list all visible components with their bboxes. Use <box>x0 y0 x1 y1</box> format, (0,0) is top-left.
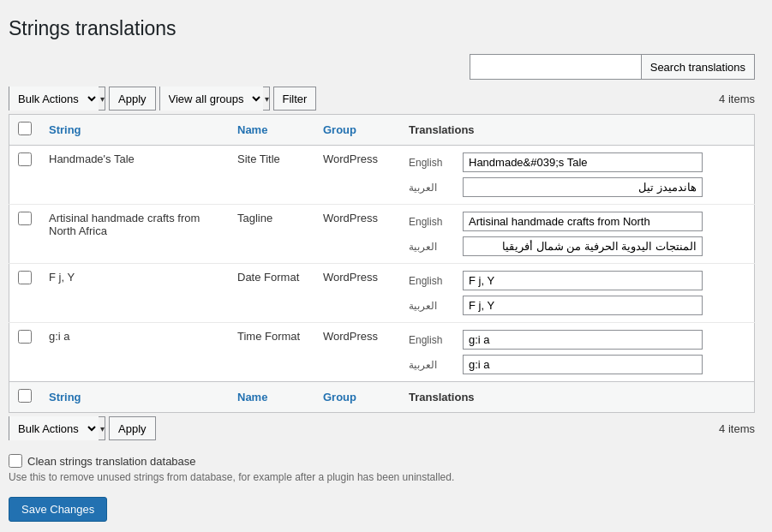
top-toolbar: Bulk Actions ▾ Apply View all groups ▾ F… <box>9 87 755 111</box>
row-2-translation-input-0[interactable] <box>463 271 703 290</box>
row-name-cell: Date Format <box>229 264 314 323</box>
select-all-checkbox-top[interactable] <box>18 122 32 135</box>
row-name-cell: Time Format <box>229 323 314 382</box>
row-3-checkbox[interactable] <box>18 330 32 344</box>
row-0-translation-1: العربية <box>409 177 745 197</box>
row-0-lang-label-0: English <box>409 157 456 169</box>
table-body: Handmade's TaleSite TitleWordPressEnglis… <box>9 146 755 382</box>
string-col-link[interactable]: String <box>49 123 81 136</box>
row-0-translation-input-0[interactable] <box>463 152 703 172</box>
row-group-cell: WordPress <box>314 146 400 205</box>
footer-group-col: Group <box>314 382 400 413</box>
items-count-top: 4 items <box>719 93 755 105</box>
row-0-translation-0: English <box>409 152 745 172</box>
clean-description: Use this to remove unused strings from d… <box>9 471 755 483</box>
row-string-cell: g:i a <box>40 323 229 382</box>
table-row: Artisinal handmade crafts from North Afr… <box>9 205 755 264</box>
apply-top-button[interactable]: Apply <box>109 87 156 111</box>
header-translations-col: Translations <box>400 115 755 146</box>
bulk-actions-top-wrap: Bulk Actions ▾ <box>9 87 105 111</box>
row-translations-cell: Englishالعربية <box>400 205 755 264</box>
row-check-cell <box>9 146 41 205</box>
row-string-cell: Handmade's Tale <box>40 146 229 205</box>
row-3-translation-0: English <box>409 330 745 350</box>
row-1-translation-1: العربية <box>409 236 745 256</box>
row-translations-cell: Englishالعربية <box>400 264 755 323</box>
row-check-cell <box>9 264 41 323</box>
table-row: Handmade's TaleSite TitleWordPressEnglis… <box>9 146 755 205</box>
footer-string-link[interactable]: String <box>49 391 81 403</box>
footer-group-link[interactable]: Group <box>323 391 356 403</box>
header-string-col: String <box>40 115 229 146</box>
group-col-link[interactable]: Group <box>323 123 356 136</box>
table-header-row: String Name Group Translations <box>9 115 755 146</box>
row-2-checkbox[interactable] <box>18 271 32 284</box>
clean-label[interactable]: Clean strings translation database <box>9 454 755 468</box>
row-2-translation-1: العربية <box>409 296 745 315</box>
bulk-actions-bottom-arrow: ▾ <box>100 424 105 433</box>
bulk-actions-bottom-wrap: Bulk Actions ▾ <box>9 416 105 440</box>
bulk-actions-top-arrow: ▾ <box>100 94 105 104</box>
row-3-translation-input-0[interactable] <box>463 330 703 350</box>
row-string-cell: Artisinal handmade crafts from North Afr… <box>40 205 229 264</box>
table-footer-row: String Name Group Translations <box>9 382 755 413</box>
row-1-translation-0: English <box>409 212 745 231</box>
row-0-checkbox[interactable] <box>18 152 32 166</box>
bulk-actions-top-select[interactable]: Bulk Actions <box>9 87 99 111</box>
footer-check-col <box>9 382 41 413</box>
search-row: Search translations <box>9 54 755 80</box>
footer-name-link[interactable]: Name <box>237 391 267 403</box>
row-2-translation-input-1[interactable] <box>463 296 703 315</box>
page-title: Strings translations <box>9 17 755 40</box>
header-group-col: Group <box>314 115 400 146</box>
view-all-arrow: ▾ <box>265 94 269 104</box>
filter-button[interactable]: Filter <box>273 87 317 111</box>
save-changes-button[interactable]: Save Changes <box>9 497 107 522</box>
row-2-lang-label-1: العربية <box>409 300 456 312</box>
clean-checkbox[interactable] <box>9 454 22 468</box>
row-3-translation-1: العربية <box>409 355 745 374</box>
apply-bottom-button[interactable]: Apply <box>109 416 156 440</box>
row-group-cell: WordPress <box>314 323 400 382</box>
row-name-cell: Site Title <box>229 146 314 205</box>
bottom-toolbar: Bulk Actions ▾ Apply 4 items <box>9 416 755 440</box>
row-0-translation-input-1[interactable] <box>463 177 703 197</box>
row-2-translation-0: English <box>409 271 745 290</box>
footer-name-col: Name <box>229 382 314 413</box>
translations-table: String Name Group Translations Handmade'… <box>9 114 755 413</box>
row-3-lang-label-1: العربية <box>409 359 456 371</box>
view-all-select[interactable]: View all groups <box>160 87 263 111</box>
row-name-cell: Tagline <box>229 205 314 264</box>
clean-label-text: Clean strings translation database <box>27 455 196 468</box>
items-count-bottom: 4 items <box>719 422 755 435</box>
row-1-lang-label-1: العربية <box>409 241 456 253</box>
search-input[interactable] <box>470 54 641 80</box>
clean-section: Clean strings translation database Use t… <box>9 454 755 483</box>
row-check-cell <box>9 205 41 264</box>
row-1-checkbox[interactable] <box>18 212 32 225</box>
select-all-checkbox-bottom[interactable] <box>18 389 32 403</box>
row-group-cell: WordPress <box>314 264 400 323</box>
header-name-col: Name <box>229 115 314 146</box>
row-translations-cell: Englishالعربية <box>400 146 755 205</box>
row-translations-cell: Englishالعربية <box>400 323 755 382</box>
view-all-wrap: View all groups ▾ <box>159 87 270 111</box>
row-1-translation-input-0[interactable] <box>463 212 703 231</box>
row-1-lang-label-0: English <box>409 216 456 228</box>
name-col-link[interactable]: Name <box>237 123 267 136</box>
row-2-lang-label-0: English <box>409 275 456 287</box>
row-string-cell: F j, Y <box>40 264 229 323</box>
bulk-actions-bottom-select[interactable]: Bulk Actions <box>9 416 99 440</box>
row-check-cell <box>9 323 41 382</box>
row-1-translation-input-1[interactable] <box>463 236 703 256</box>
table-row: F j, YDate FormatWordPressEnglishالعربية <box>9 264 755 323</box>
header-check-col <box>9 115 41 146</box>
footer-translations-col: Translations <box>400 382 755 413</box>
row-3-translation-input-1[interactable] <box>463 355 703 374</box>
table-row: g:i aTime FormatWordPressEnglishالعربية <box>9 323 755 382</box>
row-0-lang-label-1: العربية <box>409 182 456 194</box>
search-translations-button[interactable]: Search translations <box>641 54 755 80</box>
row-3-lang-label-0: English <box>409 334 456 346</box>
row-group-cell: WordPress <box>314 205 400 264</box>
footer-string-col: String <box>40 382 229 413</box>
